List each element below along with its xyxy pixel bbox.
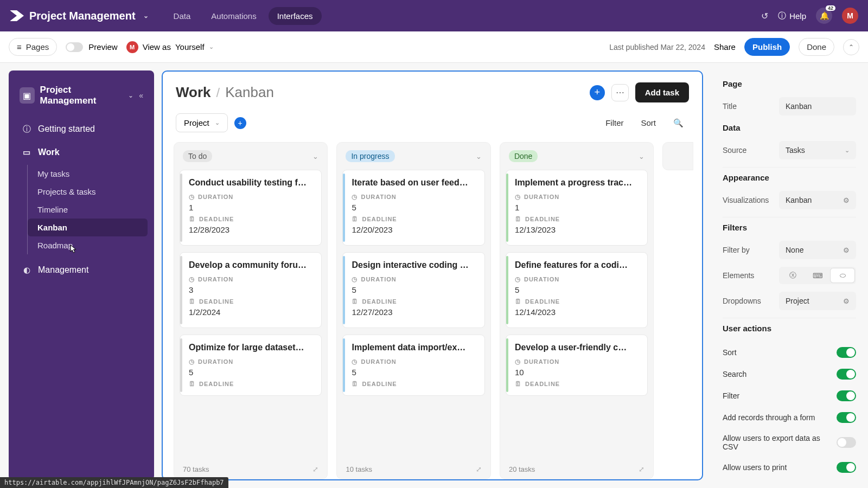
elements-segment[interactable]: ⓧ ⌨ ⬭ [779,267,856,284]
column-header[interactable]: In progress⌄ [337,143,490,170]
action-toggle[interactable] [837,369,856,380]
app-logo[interactable]: Project Management ⌄ [10,10,149,22]
kanban-column-peek[interactable] [662,142,693,170]
add-filter-button[interactable]: + [234,117,246,129]
deadline-value: 12/28/2023 [189,225,314,234]
sidebar-item-management[interactable]: ◐ Management [15,260,148,280]
task-count: 10 tasks [346,465,372,473]
action-label: Allow users to export data as CSV [723,434,837,451]
kanban-card[interactable]: Conduct usability testing f…◷DURATION1🗓D… [180,170,322,246]
duration-label: ◷DURATION [352,275,476,283]
duration-label: ◷DURATION [515,193,640,201]
filter-button[interactable]: Filter [600,115,629,131]
user-avatar[interactable]: M [842,8,858,24]
sidebar-item-label: Work [38,147,60,157]
action-toggle[interactable] [837,347,856,358]
sidebar-item-getting-started[interactable]: ⓘ Getting started [15,119,148,140]
gear-icon[interactable]: ⚙ [843,196,850,204]
sidebar-sub-my-tasks[interactable]: My tasks [28,165,148,183]
kanban-card[interactable]: Iterate based on user feed…◷DURATION5🗓DE… [342,170,484,246]
action-toggle[interactable] [837,412,856,423]
preview-toggle[interactable] [66,42,83,52]
workspace-title[interactable]: ▣ Project Management ⌄ « [15,81,148,117]
chevron-down-icon[interactable]: ⌄ [639,152,644,160]
sidebar-sub-projects-tasks[interactable]: Projects & tasks [28,183,148,201]
source-select[interactable]: Tasks ⌄ [779,141,856,159]
column-header[interactable]: Done⌄ [500,143,653,170]
chevron-down-icon: ⌄ [845,147,850,154]
help-button[interactable]: ⓘ Help [778,11,806,21]
action-toggle[interactable] [837,437,856,448]
chevron-down-icon[interactable]: ⌄ [312,152,318,160]
briefcase-icon: ▭ [22,147,31,157]
section-data: Data [723,123,856,132]
search-button[interactable]: 🔍 [668,115,689,131]
sort-button[interactable]: Sort [635,115,661,131]
kanban-card[interactable]: Optimize for large dataset…◷DURATION5🗓DE… [180,335,322,396]
deadline-label: 🗓DEADLINE [189,380,314,388]
source-label: Source [723,146,773,155]
sidebar-sub-timeline[interactable]: Timeline [28,201,148,219]
sidebar-sub-kanban[interactable]: Kanban [28,219,148,236]
chevron-down-icon[interactable]: ⌄ [476,152,482,160]
dropdowns-select[interactable]: Project ⚙ [779,292,856,310]
column-header[interactable]: To do⌄ [174,143,327,170]
duration-value: 3 [189,285,314,294]
viz-select[interactable]: Kanban ⚙ [779,191,856,209]
share-button[interactable]: Share [714,42,736,52]
action-label: Sort [723,348,737,357]
tab-data[interactable]: Data [165,7,200,25]
duration-label: ◷DURATION [189,193,314,201]
kanban-card[interactable]: Define features for a codi…◷DURATION5🗓DE… [506,252,648,328]
breadcrumb-root[interactable]: Work [176,84,211,101]
expand-icon[interactable]: ⤢ [639,465,644,473]
tab-automations[interactable]: Automations [202,7,265,25]
notifications-button[interactable]: 🔔 42 [816,8,832,24]
view-as-dropdown[interactable]: M View as Yourself ⌄ [126,41,214,53]
expand-icon[interactable]: ⤢ [312,465,318,473]
seg-input[interactable]: ⌨ [806,268,829,282]
clock-icon: ◷ [189,275,195,283]
more-options-button[interactable]: ⋯ [611,84,629,101]
title-input[interactable]: Kanban [779,97,856,115]
kanban-card[interactable]: Implement data import/ex…◷DURATION5🗓DEAD… [342,335,484,396]
column-body[interactable]: Iterate based on user feed…◷DURATION5🗓DE… [337,170,490,460]
sidebar-item-label: Management [38,265,88,275]
add-element-button[interactable]: + [590,85,605,100]
chevron-down-icon: ⌄ [128,92,133,99]
gear-icon[interactable]: ⚙ [843,246,850,254]
pages-button[interactable]: ≡ Pages [9,38,57,56]
help-label: Help [789,11,806,21]
card-stripe [506,174,508,242]
tab-interfaces[interactable]: Interfaces [269,7,322,25]
card-title: Optimize for large dataset… [189,343,314,352]
kanban-card[interactable]: Develop a community foru…◷DURATION3🗓DEAD… [180,252,322,328]
sidebar-sub-roadmap[interactable]: Roadmap [28,236,148,254]
kanban-card[interactable]: Design interactive coding …◷DURATION5🗓DE… [342,252,484,328]
kanban-card[interactable]: Implement a progress trac…◷DURATION1🗓DEA… [506,170,648,246]
column-body[interactable]: Implement a progress trac…◷DURATION1🗓DEA… [500,170,653,460]
action-toggle[interactable] [837,462,856,473]
column-body[interactable]: Conduct usability testing f…◷DURATION1🗓D… [174,170,327,460]
calendar-icon: 🗓 [189,215,196,223]
expand-icon[interactable]: ⤢ [476,465,482,473]
gear-icon[interactable]: ⚙ [843,297,850,305]
history-icon[interactable]: ↺ [761,11,768,21]
action-toggle[interactable] [837,390,856,401]
publish-button[interactable]: Publish [744,38,790,56]
add-task-button[interactable]: Add task [635,82,689,102]
card-title: Design interactive coding … [352,260,476,270]
seg-pill[interactable]: ⬭ [831,268,854,282]
info-icon: ⓘ [22,124,31,134]
filterby-select[interactable]: None ⚙ [779,241,856,259]
project-dropdown[interactable]: Project ⌄ [176,113,228,132]
last-published: Last published Mar 22, 2024 [609,43,705,52]
collapse-sidebar-icon[interactable]: « [139,91,143,100]
deadline-label: 🗓DEADLINE [515,380,640,388]
done-button[interactable]: Done [799,38,834,56]
help-icon: ⓘ [778,11,786,21]
expand-button[interactable]: ⌃ [843,39,859,55]
kanban-card[interactable]: Develop a user-friendly c…◷DURATION10🗓DE… [506,335,648,396]
seg-none[interactable]: ⓧ [781,268,805,282]
sidebar-item-work[interactable]: ▭ Work [15,142,148,163]
